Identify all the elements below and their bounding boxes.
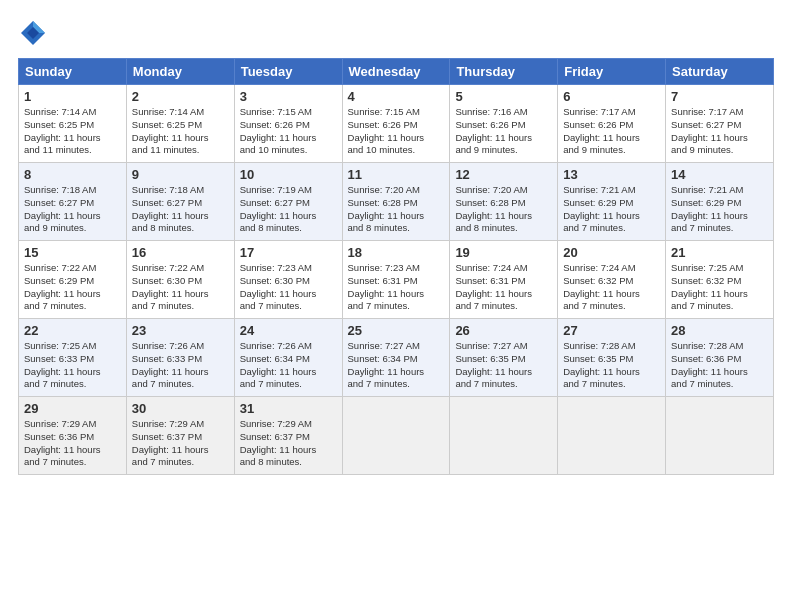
day-number: 13 <box>563 167 660 182</box>
daylight-hours-text: Daylight: 11 hours <box>671 288 768 301</box>
col-tuesday: Tuesday <box>234 59 342 85</box>
table-cell: 19Sunrise: 7:24 AMSunset: 6:31 PMDayligh… <box>450 241 558 319</box>
day-number: 20 <box>563 245 660 260</box>
day-number: 22 <box>24 323 121 338</box>
day-number: 14 <box>671 167 768 182</box>
sunrise-text: Sunrise: 7:21 AM <box>671 184 768 197</box>
daylight-hours-text: Daylight: 11 hours <box>240 366 337 379</box>
daylight-minutes-text: and 7 minutes. <box>24 378 121 391</box>
sunset-text: Sunset: 6:27 PM <box>671 119 768 132</box>
logo-icon <box>18 18 48 48</box>
day-number: 23 <box>132 323 229 338</box>
col-friday: Friday <box>558 59 666 85</box>
col-sunday: Sunday <box>19 59 127 85</box>
table-cell: 22Sunrise: 7:25 AMSunset: 6:33 PMDayligh… <box>19 319 127 397</box>
calendar-week-row: 22Sunrise: 7:25 AMSunset: 6:33 PMDayligh… <box>19 319 774 397</box>
sunrise-text: Sunrise: 7:19 AM <box>240 184 337 197</box>
daylight-minutes-text: and 8 minutes. <box>240 456 337 469</box>
sunset-text: Sunset: 6:28 PM <box>455 197 552 210</box>
sunrise-text: Sunrise: 7:24 AM <box>455 262 552 275</box>
sunset-text: Sunset: 6:31 PM <box>348 275 445 288</box>
sunset-text: Sunset: 6:29 PM <box>24 275 121 288</box>
table-cell: 24Sunrise: 7:26 AMSunset: 6:34 PMDayligh… <box>234 319 342 397</box>
daylight-hours-text: Daylight: 11 hours <box>348 288 445 301</box>
table-cell: 8Sunrise: 7:18 AMSunset: 6:27 PMDaylight… <box>19 163 127 241</box>
day-number: 19 <box>455 245 552 260</box>
sunrise-text: Sunrise: 7:22 AM <box>24 262 121 275</box>
daylight-minutes-text: and 7 minutes. <box>671 222 768 235</box>
table-cell: 2Sunrise: 7:14 AMSunset: 6:25 PMDaylight… <box>126 85 234 163</box>
daylight-minutes-text: and 11 minutes. <box>132 144 229 157</box>
sunrise-text: Sunrise: 7:26 AM <box>240 340 337 353</box>
sunrise-text: Sunrise: 7:14 AM <box>132 106 229 119</box>
sunrise-text: Sunrise: 7:17 AM <box>671 106 768 119</box>
daylight-hours-text: Daylight: 11 hours <box>24 288 121 301</box>
daylight-minutes-text: and 7 minutes. <box>563 222 660 235</box>
sunset-text: Sunset: 6:27 PM <box>24 197 121 210</box>
table-cell: 29Sunrise: 7:29 AMSunset: 6:36 PMDayligh… <box>19 397 127 475</box>
daylight-hours-text: Daylight: 11 hours <box>132 366 229 379</box>
table-cell: 9Sunrise: 7:18 AMSunset: 6:27 PMDaylight… <box>126 163 234 241</box>
sunset-text: Sunset: 6:34 PM <box>240 353 337 366</box>
day-number: 10 <box>240 167 337 182</box>
sunrise-text: Sunrise: 7:29 AM <box>24 418 121 431</box>
daylight-hours-text: Daylight: 11 hours <box>348 366 445 379</box>
table-cell <box>342 397 450 475</box>
daylight-minutes-text: and 8 minutes. <box>455 222 552 235</box>
daylight-hours-text: Daylight: 11 hours <box>240 210 337 223</box>
daylight-minutes-text: and 8 minutes. <box>240 222 337 235</box>
daylight-minutes-text: and 7 minutes. <box>455 378 552 391</box>
sunrise-text: Sunrise: 7:25 AM <box>24 340 121 353</box>
sunset-text: Sunset: 6:36 PM <box>24 431 121 444</box>
daylight-hours-text: Daylight: 11 hours <box>455 366 552 379</box>
day-number: 26 <box>455 323 552 338</box>
sunset-text: Sunset: 6:26 PM <box>348 119 445 132</box>
table-cell: 26Sunrise: 7:27 AMSunset: 6:35 PMDayligh… <box>450 319 558 397</box>
sunrise-text: Sunrise: 7:25 AM <box>671 262 768 275</box>
table-cell: 4Sunrise: 7:15 AMSunset: 6:26 PMDaylight… <box>342 85 450 163</box>
sunset-text: Sunset: 6:29 PM <box>563 197 660 210</box>
day-number: 29 <box>24 401 121 416</box>
sunrise-text: Sunrise: 7:23 AM <box>240 262 337 275</box>
calendar-header-row: Sunday Monday Tuesday Wednesday Thursday… <box>19 59 774 85</box>
sunset-text: Sunset: 6:35 PM <box>563 353 660 366</box>
daylight-hours-text: Daylight: 11 hours <box>348 132 445 145</box>
sunrise-text: Sunrise: 7:15 AM <box>348 106 445 119</box>
table-cell <box>450 397 558 475</box>
sunset-text: Sunset: 6:25 PM <box>132 119 229 132</box>
header <box>18 18 774 48</box>
day-number: 3 <box>240 89 337 104</box>
table-cell: 15Sunrise: 7:22 AMSunset: 6:29 PMDayligh… <box>19 241 127 319</box>
sunrise-text: Sunrise: 7:29 AM <box>132 418 229 431</box>
table-cell <box>558 397 666 475</box>
table-cell: 17Sunrise: 7:23 AMSunset: 6:30 PMDayligh… <box>234 241 342 319</box>
sunset-text: Sunset: 6:37 PM <box>240 431 337 444</box>
daylight-minutes-text: and 7 minutes. <box>132 378 229 391</box>
sunrise-text: Sunrise: 7:27 AM <box>348 340 445 353</box>
col-saturday: Saturday <box>666 59 774 85</box>
day-number: 27 <box>563 323 660 338</box>
table-cell: 31Sunrise: 7:29 AMSunset: 6:37 PMDayligh… <box>234 397 342 475</box>
sunset-text: Sunset: 6:27 PM <box>132 197 229 210</box>
daylight-hours-text: Daylight: 11 hours <box>132 444 229 457</box>
table-cell: 27Sunrise: 7:28 AMSunset: 6:35 PMDayligh… <box>558 319 666 397</box>
daylight-minutes-text: and 10 minutes. <box>348 144 445 157</box>
daylight-hours-text: Daylight: 11 hours <box>132 132 229 145</box>
table-cell: 5Sunrise: 7:16 AMSunset: 6:26 PMDaylight… <box>450 85 558 163</box>
table-cell: 11Sunrise: 7:20 AMSunset: 6:28 PMDayligh… <box>342 163 450 241</box>
day-number: 25 <box>348 323 445 338</box>
day-number: 5 <box>455 89 552 104</box>
table-cell: 21Sunrise: 7:25 AMSunset: 6:32 PMDayligh… <box>666 241 774 319</box>
daylight-hours-text: Daylight: 11 hours <box>24 366 121 379</box>
sunrise-text: Sunrise: 7:29 AM <box>240 418 337 431</box>
day-number: 6 <box>563 89 660 104</box>
sunrise-text: Sunrise: 7:26 AM <box>132 340 229 353</box>
daylight-hours-text: Daylight: 11 hours <box>455 288 552 301</box>
daylight-minutes-text: and 7 minutes. <box>671 300 768 313</box>
day-number: 15 <box>24 245 121 260</box>
sunrise-text: Sunrise: 7:16 AM <box>455 106 552 119</box>
day-number: 4 <box>348 89 445 104</box>
sunset-text: Sunset: 6:26 PM <box>240 119 337 132</box>
sunset-text: Sunset: 6:28 PM <box>348 197 445 210</box>
col-wednesday: Wednesday <box>342 59 450 85</box>
